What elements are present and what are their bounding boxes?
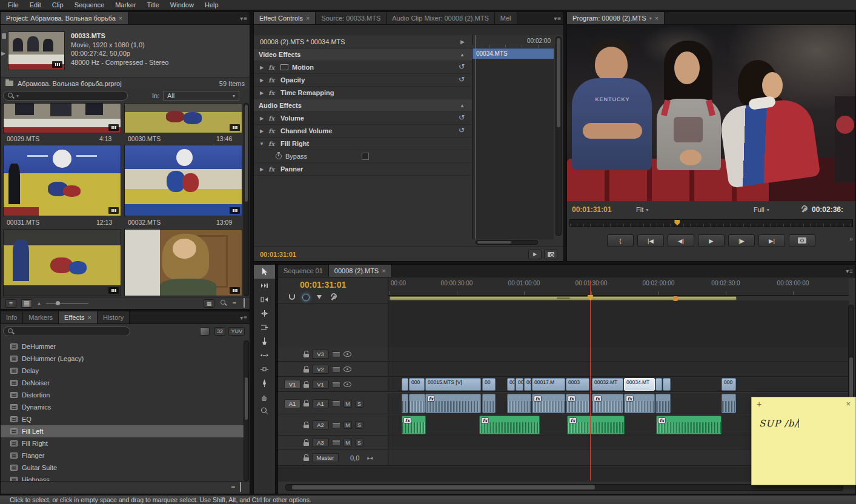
play-preview-icon[interactable]: ▶: [1, 50, 5, 56]
pen-tool[interactable]: [254, 376, 275, 390]
panel-menu-icon[interactable]: ▾≡: [240, 311, 247, 324]
rolling-edit-tool[interactable]: [254, 307, 275, 320]
clip-thumbnail-00030[interactable]: [124, 103, 242, 133]
video-clip[interactable]: [655, 378, 662, 391]
collapse-icon[interactable]: ▲: [460, 103, 465, 108]
audio-clip[interactable]: fx: [532, 394, 565, 413]
reset-icon[interactable]: ↺: [459, 63, 465, 70]
video-clip[interactable]: 0003: [566, 378, 589, 391]
rate-stretch-tool[interactable]: [254, 320, 275, 334]
clip-thumbnail-00029[interactable]: [3, 103, 121, 133]
timeline-empty-area[interactable]: [388, 300, 849, 347]
solo-button[interactable]: S: [355, 439, 363, 446]
program-video-frame[interactable]: KENTUCKY: [567, 25, 855, 201]
effect-fill-right-row[interactable]: ▼ fx Fill Right: [254, 138, 472, 150]
menu-file[interactable]: File: [2, 0, 24, 10]
effect-item-selected[interactable]: Fill Left: [1, 425, 244, 437]
go-to-in-button[interactable]: |◀: [637, 234, 664, 247]
video-clip[interactable]: 00017.M: [532, 378, 565, 391]
effect-motion-row[interactable]: ▶ fx Motion ↺: [254, 61, 472, 74]
razor-tool[interactable]: [254, 334, 275, 348]
tab-audio-clip-mixer[interactable]: Audio Clip Mixer: 00008 (2).MTS: [387, 12, 495, 24]
expand-icon[interactable]: ▶: [259, 167, 265, 172]
effect-item[interactable]: Dynamics: [1, 401, 244, 413]
tab-effects[interactable]: Effects×: [59, 311, 98, 323]
display-style-icon[interactable]: [332, 351, 340, 357]
work-area-bar[interactable]: [390, 296, 737, 300]
close-icon[interactable]: ×: [306, 15, 310, 22]
audio-clip-music[interactable]: fx: [656, 416, 722, 434]
effect-time-remapping-row[interactable]: ▶ fx Time Remapping: [254, 87, 472, 99]
go-to-out-button[interactable]: ▶|: [758, 234, 785, 247]
more-options-icon[interactable]: »: [849, 235, 853, 242]
ec-mini-timeline[interactable]: 00:02:00 00034.MTS: [472, 35, 554, 239]
effect-panner-row[interactable]: ▶ fx Panner: [254, 163, 472, 176]
display-style-icon[interactable]: [332, 440, 340, 446]
track-v1-content[interactable]: 000 00015.MTS [V] 00 00 00 00 00017.M 00…: [388, 377, 849, 391]
effect-item[interactable]: DeNoiser: [1, 377, 244, 389]
clip-name[interactable]: 00031.MTS: [7, 219, 39, 226]
menu-window[interactable]: Window: [165, 0, 199, 10]
sticky-note[interactable]: + × SUP /b/: [751, 397, 856, 485]
audio-clip[interactable]: [409, 394, 425, 413]
automate-to-sequence-button[interactable]: ▦: [204, 299, 214, 308]
stopwatch-icon[interactable]: [276, 153, 282, 159]
chevron-down-icon[interactable]: ▾: [649, 16, 652, 21]
clip-thumbnail-wrestling[interactable]: [3, 229, 121, 296]
tab-sequence-00008[interactable]: 00008 (2).MTS×: [329, 265, 392, 277]
video-clip[interactable]: 000: [722, 378, 736, 391]
mute-button[interactable]: M: [343, 421, 352, 429]
list-view-button[interactable]: ≡: [5, 299, 16, 308]
solo-button[interactable]: S: [355, 421, 363, 429]
selection-tool[interactable]: [254, 265, 275, 279]
audio-clip-music[interactable]: fx: [402, 416, 426, 434]
tab-sequence-01[interactable]: Sequence 01: [278, 265, 329, 277]
master-keyframes-icon[interactable]: ▸◂: [367, 455, 373, 461]
toggle-output-icon[interactable]: [343, 351, 351, 357]
audio-clip-selected[interactable]: fx: [624, 394, 655, 413]
track-v2-content[interactable]: [388, 362, 849, 376]
collapse-icon[interactable]: ▲: [460, 52, 465, 58]
close-icon[interactable]: ×: [119, 15, 122, 22]
panel-menu-icon[interactable]: ▾≡: [554, 12, 561, 25]
video-clip[interactable]: 00: [516, 378, 523, 391]
step-forward-button[interactable]: |▶: [728, 234, 755, 247]
program-scrub-bar[interactable]: [569, 219, 853, 227]
clip-thumbnail-00031[interactable]: [3, 145, 121, 216]
tab-program[interactable]: Program: 00008 (2).MTS ▾ ×: [567, 12, 665, 24]
effect-volume-row[interactable]: ▶ fx Volume ↺: [254, 112, 472, 125]
track-name-v3[interactable]: V3: [312, 350, 329, 359]
ec-hscrollbar[interactable]: [476, 240, 538, 245]
effect-item[interactable]: Highpass: [1, 474, 244, 481]
slide-tool[interactable]: [254, 362, 275, 376]
toggle-output-icon[interactable]: [343, 366, 351, 372]
close-icon[interactable]: ×: [88, 314, 91, 321]
track-name-v2[interactable]: V2: [312, 365, 329, 374]
tab-project[interactable]: Project: Абрамова. Вольная борьба ×: [1, 12, 128, 24]
lock-icon[interactable]: [304, 403, 309, 406]
tab-source-monitor[interactable]: Source: 00033.MTS: [316, 12, 387, 24]
audio-clip[interactable]: fx: [566, 394, 589, 413]
mark-in-button[interactable]: {: [607, 234, 634, 247]
track-select-tool[interactable]: [254, 279, 275, 293]
track-name-v1[interactable]: V1: [312, 380, 329, 389]
video-clip[interactable]: 00: [507, 378, 515, 391]
panel-menu-icon[interactable]: ▾≡: [240, 12, 247, 25]
toggle-timeline-view-icon[interactable]: ▶: [460, 39, 472, 45]
lock-icon[interactable]: [304, 354, 309, 357]
audio-clip[interactable]: [482, 394, 496, 413]
close-note-icon[interactable]: ×: [846, 399, 851, 408]
solo-button[interactable]: S: [355, 400, 363, 408]
slip-tool[interactable]: [254, 348, 275, 362]
effects-search-box[interactable]: [3, 327, 130, 336]
ec-timecode[interactable]: 00:01:31:01: [260, 251, 296, 258]
clip-name[interactable]: 00029.MTS: [7, 135, 39, 142]
lock-icon[interactable]: [304, 369, 309, 373]
sticky-note-text[interactable]: SUP /b/: [752, 411, 855, 436]
effect-channel-volume-row[interactable]: ▶ fx Channel Volume ↺: [254, 125, 472, 138]
toggle-output-icon[interactable]: [343, 382, 351, 387]
program-timecode[interactable]: 00:01:31:01: [572, 205, 611, 214]
hand-tool[interactable]: [254, 390, 275, 404]
delete-custom-item-button[interactable]: [240, 484, 241, 491]
menu-help[interactable]: Help: [199, 0, 224, 10]
